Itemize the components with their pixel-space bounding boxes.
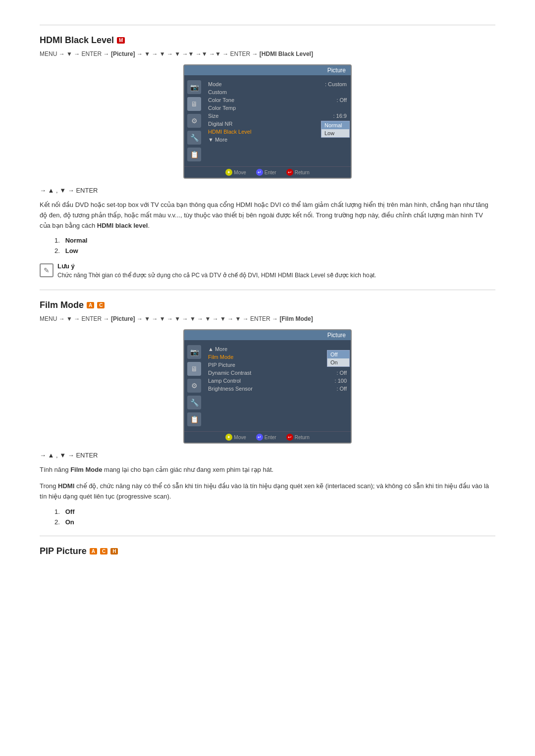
note-content: Lưu ý Chức năng Thời gian có thể được sử… [57, 262, 376, 280]
lamp-label: Lamp Control [208, 378, 241, 384]
film-sidebar-icon-1: 📷 [187, 345, 201, 359]
menu-row-colortone: Color Tone : Off [208, 96, 347, 104]
return-icon: ↩ [286, 169, 293, 176]
hdmi-list-item-1: 1. Normal [54, 237, 495, 244]
film-body-text-1: Tính năng Film Mode mang lại cho bạn cảm… [40, 465, 495, 475]
film-sidebar-icon-3: ⚙ [187, 379, 201, 393]
footer-move: ✦ Move [225, 169, 246, 176]
film-list-item-1: 1. Off [54, 508, 495, 515]
film-tv-footer: ✦ Move ↵ Enter ↩ Return [184, 431, 351, 443]
film-menu-row-pip: PIP Picture [208, 361, 347, 369]
colortone-value: : Off [336, 97, 347, 103]
menu-row-mode: Mode : Custom [208, 80, 347, 88]
sidebar-icon-2: 🖥 [187, 97, 201, 111]
hdmi-enter-hint: → ▲ , ▼ → ENTER [40, 187, 495, 194]
dyncontrast-label: Dynamic Contrast [208, 370, 251, 376]
sidebar-icon-4: 🔧 [187, 131, 201, 145]
menu-row-custom: Custom [208, 88, 347, 96]
mode-value: : Custom [325, 81, 347, 87]
pip-badge-c: C [100, 548, 107, 554]
top-divider [40, 25, 495, 25]
film-dropdown: Off On [327, 350, 350, 367]
film-sidebar-icon-4: 🔧 [187, 396, 201, 409]
film-list-1-text: Off [65, 508, 75, 515]
film-bold-1: Film Mode [70, 466, 102, 473]
film-badge: A [87, 302, 94, 308]
sidebar-icon-1: 📷 [187, 80, 201, 94]
film-bold-2: HDMI [58, 482, 74, 490]
return-label: Return [295, 170, 310, 175]
film-sidebar-icon-5: 📋 [187, 412, 201, 426]
hdmi-dropdown: Normal Low [321, 121, 350, 138]
film-menu-row-more: ▲ More [208, 345, 347, 353]
film-menu-row-filmmode: Film Mode [208, 353, 347, 361]
colortemp-label: Color Temp [208, 105, 236, 111]
sidebar-icon-5: 📋 [187, 148, 201, 161]
film-mode-section: Film Mode A C MENU → ▼ → ENTER → [Pictur… [40, 300, 495, 525]
film-badge-c: C [97, 302, 105, 308]
film-enter-label: Enter [265, 435, 276, 440]
film-dropdown-off: Off [327, 351, 349, 358]
film-body-text-2: Trong HDMI chế độ, chức năng này có thể … [40, 481, 495, 502]
pip-section-title: PIP Picture A C H [40, 546, 495, 556]
filmmode-label: Film Mode [208, 354, 233, 360]
note-text: Chức năng Thời gian có thể được sử dụng … [57, 271, 376, 280]
film-move-icon: ✦ [225, 434, 232, 441]
sidebar-icon-3: ⚙ [187, 114, 201, 128]
dyncontrast-value: : Off [336, 370, 347, 376]
mode-label: Mode [208, 81, 222, 87]
brightness-value: : Off [336, 386, 347, 392]
hdmi-black-level-section: HDMI Black Level M MENU → ▼ → ENTER → [P… [40, 35, 495, 280]
menu-row-size: Size : 16:9 [208, 112, 347, 120]
bottom-divider [40, 536, 495, 536]
page-container: HDMI Black Level M MENU → ▼ → ENTER → [P… [0, 0, 535, 581]
film-menu-row-brightness: Brightness Sensor : Off [208, 385, 347, 393]
digitalnr-label: Digital NR [208, 121, 233, 127]
colortone-label: Color Tone [208, 97, 234, 103]
pip-badge-h: H [110, 548, 118, 554]
menu-path-bold-2: [HDMI Black Level] [260, 50, 313, 57]
hdmi-list-1-text: Normal [65, 237, 88, 244]
film-screen-body: 📷 🖥 ⚙ 🔧 📋 ▲ More Film Mode [184, 340, 351, 431]
hdmi-body-text: Kết nối đầu DVD hoặc set-top box với TV … [40, 200, 495, 231]
menu-path-text-2: → ▼ → ▼ → ▼ →▼ →▼ →▼ → ENTER → [135, 50, 260, 57]
menu-path-text-1: MENU → ▼ → ENTER → [40, 50, 111, 57]
film-list-item-2: 2. On [54, 518, 495, 526]
hdmi-badge: M [117, 37, 125, 44]
film-menu-path: MENU → ▼ → ENTER → [Picture] → ▼ → ▼ → ▼… [40, 315, 495, 322]
hdmi-sidebar: 📷 🖥 ⚙ 🔧 📋 [184, 78, 204, 163]
film-sidebar: 📷 🖥 ⚙ 🔧 📋 [184, 343, 204, 428]
hdmiblack-label: HDMI Black Level [208, 129, 251, 135]
hdmi-screen-title: Picture [184, 65, 351, 75]
size-value: : 16:9 [333, 113, 347, 119]
film-return-label: Return [295, 435, 310, 440]
film-return-icon: ↩ [286, 434, 293, 441]
dropdown-low: Low [321, 129, 349, 137]
move-icon: ✦ [225, 169, 232, 176]
pip-label: PIP Picture [208, 362, 235, 368]
hdmi-tv-screen: Picture 📷 🖥 ⚙ 🔧 📋 Mode : Custom [183, 64, 352, 179]
film-tv-menu: ▲ More Film Mode PIP Picture Dynamic Con… [204, 343, 351, 428]
footer-return: ↩ Return [286, 169, 310, 176]
film-menu-bold-2: [Film Mode] [279, 315, 313, 322]
hdmi-title-text: HDMI Black Level [40, 35, 114, 46]
hdmi-bold-text: HDMI black level [97, 222, 148, 229]
film-list-2-text: On [65, 518, 74, 526]
film-enter-icon: ↵ [256, 434, 263, 441]
film-more-label: ▲ More [208, 346, 227, 352]
enter-label: Enter [265, 170, 276, 175]
film-dropdown-on: On [327, 358, 349, 366]
film-menu-text-1: MENU → ▼ → ENTER → [40, 315, 111, 322]
film-sidebar-icon-2: 🖥 [187, 362, 201, 376]
hdmi-section-title: HDMI Black Level M [40, 35, 495, 46]
pip-badge-a: A [90, 548, 97, 554]
brightness-label: Brightness Sensor [208, 386, 253, 392]
film-menu-bold-1: [Picture] [111, 315, 135, 322]
note-title: Lưu ý [57, 262, 376, 270]
custom-label: Custom [208, 89, 227, 95]
move-label: Move [234, 170, 246, 175]
note-icon: ✎ [40, 263, 54, 277]
footer-enter: ↵ Enter [256, 169, 276, 176]
hdmi-note-box: ✎ Lưu ý Chức năng Thời gian có thể được … [40, 262, 495, 280]
pip-title-text: PIP Picture [40, 546, 87, 556]
